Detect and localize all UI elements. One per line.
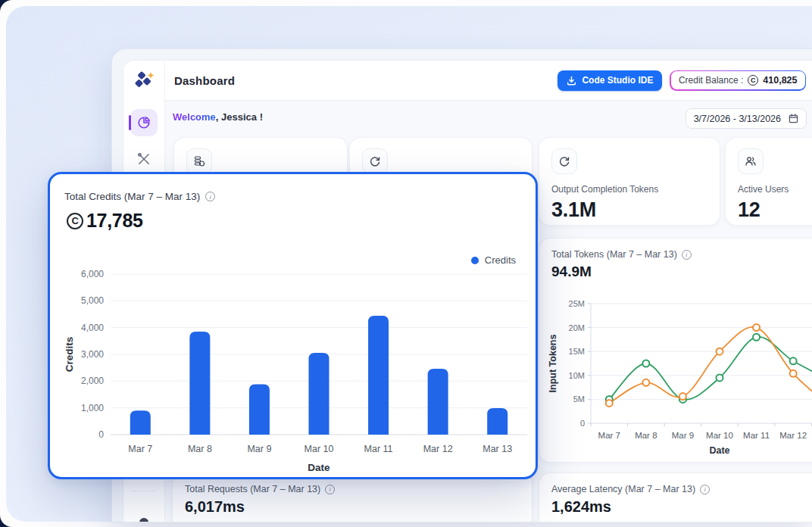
pie-chart-icon [137, 116, 151, 129]
svg-text:Date: Date [709, 445, 729, 456]
total-tokens-title: Total Tokens (Mar 7 – Mar 13) [551, 249, 677, 260]
tools-icon [137, 152, 151, 166]
svg-text:Mar 8: Mar 8 [188, 444, 212, 454]
svg-text:3,000: 3,000 [81, 349, 104, 360]
average-latency-value: 1,624ms [551, 498, 812, 516]
svg-text:0: 0 [98, 429, 104, 440]
legend-dot-icon [471, 257, 479, 264]
metric-card-active-users: Active Users 12 [726, 138, 812, 225]
sidebar-item-tools[interactable] [123, 145, 164, 173]
date-range-value: 3/7/2026 - 3/13/2026 [694, 114, 781, 124]
total-credits-value: 17,785 [86, 210, 143, 232]
average-latency-card: Average Latency (Mar 7 – Mar 13) 1,624ms [539, 473, 812, 522]
svg-text:Mar 11: Mar 11 [364, 444, 393, 454]
total-credits-title: Total Credits (Mar 7 – Mar 13) [64, 191, 200, 202]
svg-text:Mar 9: Mar 9 [672, 431, 694, 440]
active-indicator [129, 115, 131, 130]
metric-value: 12 [738, 198, 812, 222]
sidebar-footer-avatar[interactable] [139, 518, 148, 522]
svg-text:Mar 8: Mar 8 [635, 431, 657, 440]
credit-balance-badge[interactable]: Credit Balance : 410,825 [670, 70, 806, 91]
total-credits-highlight-card: Total Credits (Mar 7 – Mar 13) 17,785 Cr… [48, 172, 538, 479]
svg-text:5M: 5M [573, 394, 585, 404]
svg-text:Mar 7: Mar 7 [598, 431, 620, 440]
page-title: Dashboard [174, 74, 235, 87]
svg-text:Mar 10: Mar 10 [304, 444, 334, 454]
svg-text:Date: Date [308, 462, 330, 473]
svg-text:2,000: 2,000 [81, 376, 104, 386]
credit-balance-label: Credit Balance : [679, 75, 743, 86]
sidebar-item-dashboard[interactable] [123, 109, 164, 136]
svg-text:1,000: 1,000 [81, 403, 104, 413]
svg-text:Credits: Credits [64, 337, 75, 373]
credit-coin-icon [67, 213, 83, 229]
input-tokens-line-chart: 05M10M15M20M25MMar 7Mar 8Mar 9Mar 10Mar … [544, 296, 812, 458]
metric-value: 3.1M [551, 198, 707, 222]
svg-text:4,000: 4,000 [81, 323, 104, 333]
coins-stack-icon [186, 148, 212, 174]
svg-text:15M: 15M [569, 347, 585, 356]
date-range-picker[interactable]: 3/7/2026 - 3/13/2026 [686, 108, 807, 129]
svg-text:Mar 11: Mar 11 [743, 431, 770, 440]
metric-label: Output Completion Tokens [551, 184, 707, 195]
total-tokens-card: Total Tokens (Mar 7 – Mar 13) 94.9M 05M1… [539, 239, 812, 462]
svg-text:25M: 25M [569, 299, 585, 308]
metric-label: Active Users [738, 184, 812, 195]
svg-text:Mar 9: Mar 9 [247, 444, 271, 454]
info-icon[interactable] [325, 485, 335, 494]
total-requests-value: 6,017ms [185, 498, 520, 516]
calendar-icon [789, 114, 798, 123]
refresh-icon [551, 148, 577, 174]
total-requests-card: Total Requests (Mar 7 – Mar 13) 6,017ms [173, 473, 532, 522]
credit-coin-icon [748, 75, 758, 86]
credit-balance-value: 410,825 [763, 75, 797, 86]
app-logo [133, 70, 155, 92]
average-latency-title: Average Latency (Mar 7 – Mar 13) [551, 484, 695, 494]
refresh-icon [362, 148, 388, 174]
total-tokens-value: 94.9M [551, 264, 812, 280]
users-icon [738, 148, 764, 174]
svg-text:Mar 12: Mar 12 [423, 444, 453, 454]
svg-text:Mar 7: Mar 7 [128, 444, 152, 454]
app-bar: Dashboard Code Studio IDE Credit Balance… [165, 61, 812, 101]
svg-text:6,000: 6,000 [81, 269, 104, 279]
info-icon[interactable] [700, 485, 710, 494]
svg-text:0: 0 [580, 419, 585, 428]
metric-card-output-tokens: Output Completion Tokens 3.1M [539, 138, 720, 225]
credits-bar-chart: 01,0002,0003,0004,0005,0006,000Mar 7Mar … [58, 264, 532, 477]
sidebar-divider [131, 491, 157, 491]
svg-text:20M: 20M [569, 323, 585, 332]
info-icon[interactable] [205, 192, 215, 201]
info-icon[interactable] [682, 250, 692, 260]
download-icon [567, 76, 576, 86]
svg-text:Mar 13: Mar 13 [483, 444, 512, 454]
svg-text:10M: 10M [569, 371, 585, 380]
code-studio-ide-button[interactable]: Code Studio IDE [557, 70, 662, 91]
svg-text:Input Tokens: Input Tokens [548, 335, 558, 393]
total-requests-title: Total Requests (Mar 7 – Mar 13) [185, 484, 320, 494]
svg-text:5,000: 5,000 [81, 295, 104, 306]
screenshot-stage: Dashboard Code Studio IDE Credit Balance… [0, 0, 812, 527]
svg-text:Mar 10: Mar 10 [706, 431, 733, 440]
welcome-message: Welcome, Jessica ! [173, 111, 263, 123]
svg-text:Mar 12: Mar 12 [779, 431, 807, 440]
